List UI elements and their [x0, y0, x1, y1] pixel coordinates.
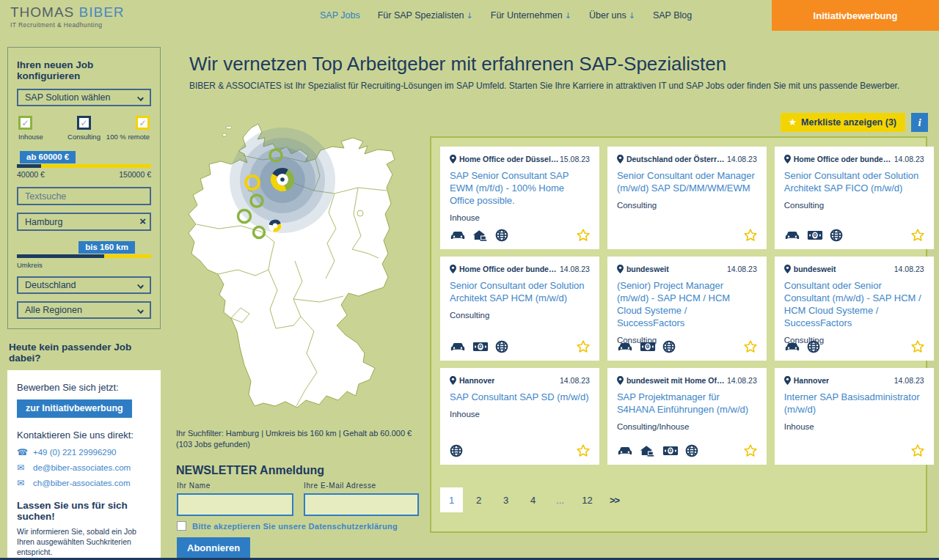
job-title-link[interactable]: SAP Consultant SAP SD (m/w/d) [450, 391, 590, 404]
text-search-input[interactable] [17, 187, 151, 205]
main-nav: SAP Jobs Für SAP Spezialisten↓ Für Unter… [320, 0, 692, 31]
favorite-star-icon[interactable] [910, 339, 925, 354]
logo[interactable]: THOMAS BIBER IT Recruitment & Headhuntin… [10, 4, 125, 29]
job-card[interactable]: Hannover 14.08.23 Interner SAP Basisadmi… [775, 368, 934, 465]
nav-fuer-unternehmen[interactable]: Für Unternehmen↓ [491, 10, 571, 21]
car-icon [617, 342, 633, 353]
job-card-footer [450, 443, 591, 458]
pagination-page-1[interactable]: 1 [440, 487, 463, 512]
job-card[interactable]: bundesweit 14.08.23 Consultant oder Seni… [775, 257, 934, 361]
job-card[interactable]: Deutschland oder Österreich 14.08.23 Sen… [607, 147, 767, 249]
chevron-down-icon: ↓ [467, 11, 473, 21]
privacy-label: Bitte akzeptieren Sie unsere Datenschutz… [192, 522, 398, 531]
consulting-checkbox[interactable]: ✓ [77, 116, 91, 130]
favorite-star-icon[interactable] [910, 443, 925, 458]
globe-icon [495, 340, 508, 353]
favorite-star-icon[interactable] [743, 443, 758, 458]
subscribe-button[interactable]: Abonnieren [177, 537, 250, 559]
job-title-link[interactable]: Consultant oder Senior Consultant (m/w/d… [784, 280, 924, 330]
location-pin-icon [450, 265, 456, 273]
favorite-star-icon[interactable] [576, 443, 591, 458]
germany-map[interactable] [176, 117, 420, 425]
job-card[interactable]: Home Office oder bundesweite... 14.08.23… [440, 257, 599, 361]
job-benefit-icons [784, 340, 820, 353]
job-title-link[interactable]: SAP Projektmanager für S4HANA Einführung… [617, 391, 757, 416]
job-card-footer: 0 [617, 339, 758, 354]
email-input[interactable] [304, 493, 419, 516]
pagination-page-4[interactable]: 4 [522, 487, 544, 512]
initiativbewerbung-button[interactable]: Initiativbewerbung [772, 0, 939, 31]
car-icon [784, 230, 800, 241]
phone-link[interactable]: +49 (0) 221 29996290 [33, 448, 117, 457]
homeoffice-icon [640, 445, 656, 457]
job-card[interactable]: Home Office oder Düsseldorf,... 15.08.23… [440, 147, 599, 249]
car-icon [450, 230, 466, 241]
sap-solution-select[interactable]: SAP Solution wählen [17, 89, 151, 106]
job-date: 14.08.23 [894, 155, 924, 163]
svg-text:0: 0 [479, 344, 483, 350]
star-icon: ★ [788, 117, 797, 128]
country-select[interactable]: Deutschland [17, 276, 151, 294]
job-title-link[interactable]: Senior Consultant oder Manager (m/w/d) S… [617, 170, 757, 195]
favorite-star-icon[interactable] [910, 228, 925, 243]
inhouse-checkbox[interactable]: ✓ [18, 116, 32, 130]
job-date: 14.08.23 [727, 155, 757, 163]
radius-badge[interactable]: bis 160 km [78, 241, 135, 254]
favorite-star-icon[interactable] [743, 339, 758, 354]
job-cluster-small-donut-marker[interactable] [268, 219, 282, 232]
nav-sap-jobs[interactable]: SAP Jobs [320, 10, 360, 21]
pagination-page-3[interactable]: 3 [494, 487, 517, 512]
email-de-link[interactable]: de@biber-associates.com [33, 463, 131, 472]
money-icon: 0 [807, 230, 823, 240]
sap-solution-select-value: SAP Solution wählen [25, 92, 111, 103]
radius-slider-track[interactable] [17, 254, 151, 258]
job-title-link[interactable]: Interner SAP Basisadministrator (m/w/d) [784, 391, 924, 416]
pagination: 1234...12>> [440, 487, 917, 512]
job-cluster-donut-marker[interactable] [274, 171, 291, 188]
salary-min-label: 40000 € [17, 170, 45, 179]
privacy-checkbox[interactable] [177, 521, 186, 531]
location-input[interactable] [17, 213, 151, 231]
job-benefit-icons: 0 [784, 229, 843, 242]
job-type: Consulting/Inhouse [617, 422, 757, 431]
job-card[interactable]: Hannover 14.08.23 SAP Consultant SAP SD … [440, 368, 599, 465]
job-card[interactable]: bundesweit mit Home Office 14.08.23 SAP … [607, 368, 767, 465]
envelope-icon: ✉ [17, 478, 28, 488]
clear-location-icon[interactable]: × [139, 215, 146, 227]
pagination-page-12[interactable]: 12 [576, 487, 599, 512]
pagination-next[interactable]: >> [603, 487, 626, 512]
info-button[interactable]: i [911, 113, 928, 132]
name-input[interactable] [177, 493, 293, 516]
job-card[interactable]: Home Office oder bundesweite... 14.08.23… [775, 147, 934, 249]
job-title-link[interactable]: (Senior) Project Manager (m/w/d) - SAP H… [617, 280, 757, 330]
job-card[interactable]: bundesweit 14.08.23 (Senior) Project Man… [607, 257, 767, 361]
job-location-text: Hannover [459, 376, 494, 385]
job-title-link[interactable]: Senior Consultant oder Solution Architek… [450, 280, 590, 305]
job-benefit-icons: 0 [617, 444, 698, 457]
job-card-header: Hannover 14.08.23 [450, 376, 590, 385]
region-select[interactable]: Alle Regionen [17, 301, 151, 319]
search-text: Wir informieren Sie, sobald ein Job Ihre… [17, 526, 151, 558]
salary-slider-track[interactable] [17, 164, 151, 168]
merkliste-button[interactable]: ★ Merkliste anzeigen (3) [781, 113, 905, 132]
initiativbewerbung-link-button[interactable]: zur Initiativbewerbung [17, 399, 132, 418]
job-type-checkboxes: ✓ Inhouse ✓ Consulting ✓ 100 % remote [17, 116, 151, 141]
job-card-header: Home Office oder bundesweite... 14.08.23 [784, 155, 924, 163]
nav-fuer-sap-spezialisten[interactable]: Für SAP Spezialisten↓ [378, 10, 473, 21]
job-title-link[interactable]: Senior Consultant oder Solution Architek… [784, 170, 924, 195]
job-title-link[interactable]: SAP Senior Consultant SAP EWM (m/f/d) - … [450, 170, 590, 207]
job-card-header: Home Office oder Düsseldorf,... 15.08.23 [450, 155, 590, 163]
favorite-star-icon[interactable] [743, 228, 758, 243]
job-location: Hannover [784, 376, 829, 385]
salary-badge[interactable]: ab 60000 € [20, 151, 76, 163]
email-ch-link[interactable]: ch@biber-associates.com [33, 479, 130, 487]
nav-sap-blog[interactable]: SAP Blog [653, 10, 692, 21]
nav-ueber-uns[interactable]: Über uns↓ [589, 10, 635, 21]
favorite-star-icon[interactable] [576, 228, 591, 243]
job-location: Home Office oder bundesweite... [450, 265, 560, 273]
favorite-star-icon[interactable] [576, 339, 591, 354]
job-type: Consulting [617, 201, 757, 210]
contact-email-ch-row: ✉ ch@biber-associates.com [17, 478, 151, 488]
remote-checkbox[interactable]: ✓ [136, 116, 150, 130]
pagination-page-2[interactable]: 2 [467, 487, 490, 512]
